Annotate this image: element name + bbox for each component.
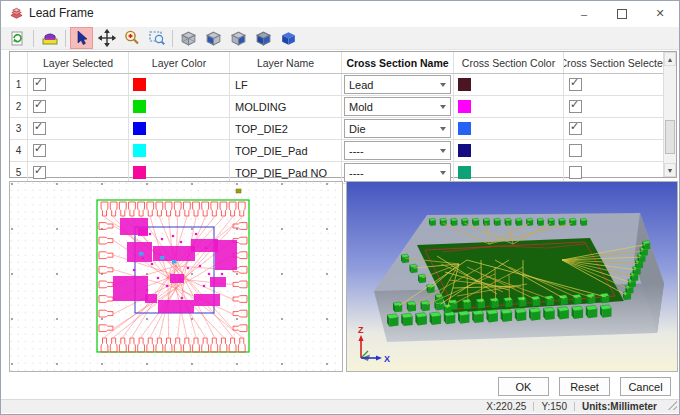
table-header-row: Layer Selected Layer Color Layer Name Cr… [10,52,676,74]
table-scrollbar[interactable]: ▲ ▼ [663,52,676,177]
cross-section-color-swatch[interactable] [458,144,471,157]
header-cross-section-name: Cross Section Name [342,52,454,73]
header-layer-name: Layer Name [230,52,342,73]
table-row: 4 TOP_DIE_Pad ---- [10,140,676,162]
cube-hidden-line-icon[interactable] [202,27,225,49]
cancel-button[interactable]: Cancel [620,377,671,396]
layer-selected-checkbox[interactable] [33,122,46,135]
row-number: 1 [10,74,28,95]
table-row: 3 TOP_DIE2 Die [10,118,676,140]
resize-grip[interactable] [668,401,677,410]
maximize-button[interactable] [603,1,641,26]
layer-table: Layer Selected Layer Color Layer Name Cr… [9,51,677,178]
dropdown-value: Mold [349,101,373,113]
status-units: Units:Millimeter [582,401,657,412]
header-layer-color: Layer Color [129,52,230,73]
chevron-down-icon [440,105,446,109]
zoom-window-icon[interactable] [145,27,168,49]
status-separator [574,402,575,411]
cross-section-color-swatch[interactable] [458,166,471,179]
row-number: 3 [10,118,28,139]
cross-section-color-swatch[interactable] [458,122,471,135]
cross-section-selected-checkbox[interactable] [569,166,582,179]
cross-section-name-dropdown[interactable]: ---- [344,163,451,182]
layer-name: MOLDING [230,96,342,117]
row-number: 2 [10,96,28,117]
minimize-button[interactable]: – [565,1,603,26]
status-x: X:220.25 [486,401,526,412]
layer-color-swatch[interactable] [133,78,146,91]
layer-color-swatch[interactable] [133,166,146,179]
layer-name: LF [230,74,342,95]
ok-button[interactable]: OK [498,377,549,396]
view-2d-panel[interactable] [9,181,343,372]
select-arrow-icon[interactable] [70,27,93,49]
header-row-num [10,52,28,73]
header-layer-selected: Layer Selected [28,52,129,73]
layer-selected-checkbox[interactable] [33,100,46,113]
cross-section-selected-checkbox[interactable] [569,122,582,135]
lead-frame-dialog: Lead Frame – ✕ [0,0,680,415]
layer-color-swatch[interactable] [133,100,146,113]
dropdown-value: Lead [349,79,373,91]
title-bar[interactable]: Lead Frame – ✕ [1,1,679,26]
cross-section-name-dropdown[interactable]: ---- [344,141,451,160]
zoom-in-icon[interactable] [120,27,143,49]
dropdown-value: ---- [349,167,364,179]
origin-marker [236,189,241,193]
dropdown-value: Die [349,123,366,135]
layer-selected-checkbox[interactable] [33,144,46,157]
reset-button[interactable]: Reset [559,377,610,396]
cross-section-color-swatch[interactable] [458,78,471,91]
cross-section-selected-checkbox[interactable] [569,78,582,91]
layer-name: TOP_DIE2 [230,118,342,139]
cross-section-name-dropdown[interactable]: Mold [344,97,451,116]
cross-section-name-dropdown[interactable]: Die [344,119,451,138]
status-bar: X:220.25 Y:150 Units:Millimeter [1,399,679,413]
table-row: 2 MOLDING Mold [10,96,676,118]
cube-wireframe-icon[interactable] [177,27,200,49]
toolbar [1,27,679,50]
header-cross-section-selected: Cross Section Selected [564,52,664,73]
toolbar-separator [172,30,173,47]
pan-icon[interactable] [95,27,118,49]
cross-section-selected-checkbox[interactable] [569,144,582,157]
axis-z-label: Z [358,325,364,335]
layer-selected-checkbox[interactable] [33,166,46,179]
chevron-down-icon [440,171,446,175]
toolbar-separator [33,30,34,47]
layer-name: TOP_DIE_Pad NO [230,162,342,183]
row-number: 5 [10,162,28,183]
layer-selected-checkbox[interactable] [33,78,46,91]
lead-frame-2d-view[interactable] [10,182,342,371]
cross-section-selected-checkbox[interactable] [569,100,582,113]
layer-name: TOP_DIE_Pad [230,140,342,161]
chevron-down-icon [440,83,446,87]
scroll-up-icon[interactable]: ▲ [664,52,676,66]
close-button[interactable]: ✕ [641,1,679,26]
cube-solid-icon[interactable] [277,27,300,49]
view-3d-panel[interactable]: Z X [346,181,678,372]
reload-icon[interactable] [6,27,29,49]
dropdown-value: ---- [349,145,364,157]
layer-color-swatch[interactable] [133,122,146,135]
window-title: Lead Frame [29,1,94,26]
header-cross-section-color: Cross Section Color [454,52,564,73]
layer-color-swatch[interactable] [133,144,146,157]
mold-layers-icon[interactable] [38,27,61,49]
scroll-down-icon[interactable]: ▼ [664,163,676,177]
cube-half-shaded-icon[interactable] [227,27,250,49]
table-row: 1 LF Lead [10,74,676,96]
cube-shaded-edges-icon[interactable] [252,27,275,49]
axis-x-label: X [384,354,390,364]
cross-section-color-swatch[interactable] [458,100,471,113]
lead-frame-3d-view[interactable]: Z X [347,182,677,371]
maximize-icon [617,9,627,19]
app-icon [9,6,24,21]
status-separator [533,402,534,411]
status-y: Y:150 [541,401,567,412]
cross-section-name-dropdown[interactable]: Lead [344,75,451,94]
chevron-down-icon [440,149,446,153]
scrollbar-thumb[interactable] [665,120,675,154]
toolbar-separator [65,30,66,47]
